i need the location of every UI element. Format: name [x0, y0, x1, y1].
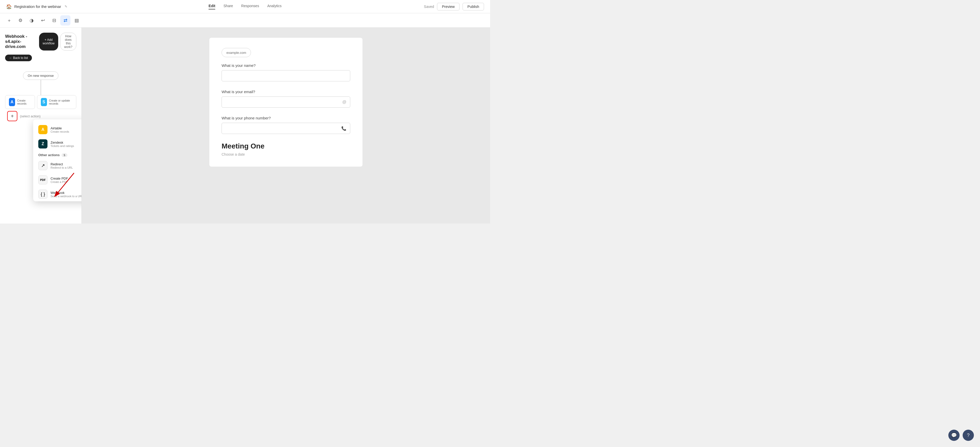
zendesk-row: Z Zendesk Tickets and ratings	[33, 137, 82, 151]
top-nav: 🏠 Registration for the webinar ✎ Edit Sh…	[0, 0, 490, 13]
phone-field-group: What is your phone number? 📞	[221, 116, 350, 134]
panel-header-buttons: + Add workflow How does this work?	[39, 33, 76, 51]
phone-icon: 📞	[341, 126, 347, 131]
webhook-name: Webhook	[51, 191, 82, 195]
tab-edit[interactable]: Edit	[208, 4, 215, 10]
node-connector	[41, 80, 41, 95]
email-input[interactable]: @	[221, 97, 350, 108]
toolbar-theme-btn[interactable]: ◑	[27, 15, 37, 25]
action-item-pdf[interactable]: PDF Create PDF Create a PDF	[33, 173, 82, 187]
redirect-icon: ↗	[38, 161, 48, 170]
name-field-group: What is your name?	[221, 63, 350, 81]
pdf-desc: Create a PDF	[51, 181, 68, 184]
saved-status: Saved	[424, 5, 434, 9]
webhook-row: { } Webhook Send a webhook to a URL	[33, 187, 82, 201]
other-actions-items: ↗ Redirect Redirect to a URL ✓ Success m…	[33, 159, 82, 173]
panel-header: Webhook - s4.apix-drive.com + Add workfl…	[0, 27, 81, 55]
form-paper: example.com What is your name? What is y…	[209, 38, 363, 166]
airtable-desc: Create records	[51, 130, 69, 133]
zendesk-icon: Z	[38, 139, 48, 149]
email-field-group: What is your email? @	[221, 90, 350, 108]
on-new-response-pill: On new response	[23, 71, 59, 80]
airtable-name: Airtable	[51, 126, 69, 130]
form-background-area: example.com What is your name? What is y…	[82, 27, 490, 224]
nav-left: 🏠 Registration for the webinar ✎	[6, 4, 67, 10]
on-new-response-node: On new response	[5, 71, 76, 80]
name-label: What is your name?	[221, 63, 350, 68]
toolbar-settings-btn[interactable]: ⚙	[15, 15, 25, 25]
integrations-panel: Webhook - s4.apix-drive.com + Add workfl…	[0, 27, 82, 224]
email-placeholder-tag: example.com	[221, 48, 251, 57]
zendesk-name: Zendesk	[51, 141, 74, 144]
edit-title-icon[interactable]: ✎	[65, 5, 67, 8]
action-picker-dropdown: A Airtable Create records S Salesforce	[33, 119, 82, 201]
pre-section-items: A Airtable Create records S Salesforce	[33, 122, 82, 137]
pdf-name: Create PDF	[51, 176, 68, 181]
action-item-webhook[interactable]: { } Webhook Send a webhook to a URL	[33, 187, 82, 201]
select-action-text: (select action)	[20, 114, 41, 118]
redirect-desc: Redirect to a URL	[51, 166, 73, 169]
airtable-node[interactable]: A Create records	[5, 95, 35, 109]
toolbar-integrations-btn[interactable]: ⇄	[60, 15, 70, 25]
phone-label: What is your phone number?	[221, 116, 350, 120]
nav-right: Saved Preview Publish	[424, 3, 484, 11]
email-label: What is your email?	[221, 90, 350, 94]
salesforce-node[interactable]: S Create or update records	[37, 95, 76, 109]
tab-responses[interactable]: Responses	[241, 4, 259, 10]
other-actions-label: Other actions 5	[33, 151, 82, 159]
home-icon[interactable]: 🏠	[6, 4, 12, 10]
tab-analytics[interactable]: Analytics	[267, 4, 282, 10]
toolbar: ＋ ⚙ ◑ ↩ ⊟ ⇄ ▤	[0, 13, 490, 27]
action-picker-scroll: A Airtable Create records S Salesforce	[33, 119, 82, 201]
zendesk-desc: Tickets and ratings	[51, 144, 74, 147]
toolbar-layout-btn[interactable]: ▤	[72, 15, 82, 25]
toolbar-logic-btn[interactable]: ⊟	[49, 15, 59, 25]
main-area: Webhook - s4.apix-drive.com + Add workfl…	[0, 27, 490, 224]
toolbar-undo-btn[interactable]: ↩	[38, 15, 48, 25]
airtable-node-label: Create records	[17, 99, 31, 105]
how-does-this-work-button[interactable]: How does this work?	[60, 33, 76, 51]
email-tag-text: example.com	[226, 51, 246, 55]
webhook-desc: Send a webhook to a URL	[51, 195, 82, 198]
add-workflow-button[interactable]: + Add workflow	[39, 33, 58, 51]
app-title: Registration for the webinar	[14, 4, 61, 9]
action-item-airtable[interactable]: A Airtable Create records	[33, 122, 82, 137]
salesforce-node-label: Create or update records	[49, 99, 73, 105]
pdf-icon: PDF	[38, 175, 48, 184]
phone-input[interactable]: 📞	[221, 123, 350, 134]
other-actions-badge: 5	[62, 153, 67, 157]
select-action-button[interactable]: +	[7, 111, 18, 121]
node-actions-row: A Create records S Create or update reco…	[5, 95, 76, 109]
airtable-icon: A	[38, 125, 48, 134]
pdf-email-row: PDF Create PDF Create a PDF @ Email	[33, 173, 82, 187]
airtable-node-icon: A	[9, 98, 15, 106]
redirect-name: Redirect	[51, 162, 73, 166]
publish-button[interactable]: Publish	[463, 3, 484, 11]
panel-title: Webhook - s4.apix-drive.com	[5, 34, 39, 49]
name-input[interactable]	[221, 70, 350, 81]
webhook-icon: { }	[38, 190, 48, 199]
choose-date-label: Choose a date	[221, 152, 350, 156]
action-item-zendesk[interactable]: Z Zendesk Tickets and ratings	[33, 137, 82, 151]
toolbar-add-btn[interactable]: ＋	[4, 15, 14, 25]
tab-share[interactable]: Share	[224, 4, 233, 10]
action-item-redirect[interactable]: ↗ Redirect Redirect to a URL	[33, 159, 82, 173]
nav-tabs: Edit Share Responses Analytics	[208, 4, 282, 10]
salesforce-node-icon: S	[41, 98, 47, 106]
email-at-icon: @	[342, 100, 347, 105]
back-to-list-button[interactable]: ← Back to list	[5, 55, 32, 61]
form-section-title: Meeting One	[221, 142, 350, 150]
preview-button[interactable]: Preview	[437, 3, 460, 11]
